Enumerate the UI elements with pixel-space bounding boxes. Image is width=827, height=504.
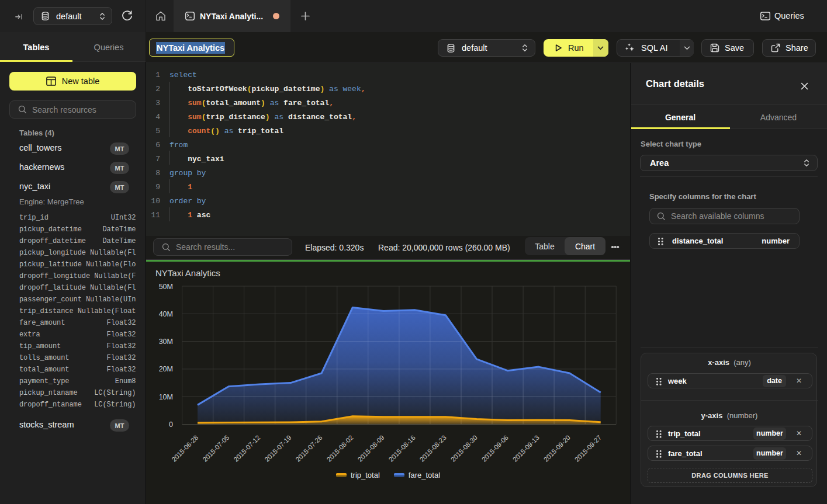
svg-text:2015-06-28: 2015-06-28: [170, 434, 199, 463]
svg-text:2015-08-23: 2015-08-23: [418, 434, 448, 463]
svg-text:2015-09-27: 2015-09-27: [573, 434, 603, 463]
svg-text:30M: 30M: [159, 338, 173, 346]
svg-text:2015-07-19: 2015-07-19: [264, 434, 293, 463]
svg-text:2015-07-05: 2015-07-05: [201, 434, 230, 463]
svg-text:2015-08-16: 2015-08-16: [387, 434, 417, 463]
svg-text:10M: 10M: [159, 393, 173, 401]
svg-text:0: 0: [169, 420, 173, 429]
svg-text:2015-07-26: 2015-07-26: [295, 434, 324, 463]
svg-text:2015-08-30: 2015-08-30: [449, 434, 479, 463]
svg-text:2015-07-12: 2015-07-12: [232, 434, 261, 463]
svg-text:2015-08-02: 2015-08-02: [326, 434, 355, 463]
svg-text:20M: 20M: [159, 365, 173, 373]
svg-text:2015-09-06: 2015-09-06: [480, 434, 510, 463]
svg-text:40M: 40M: [159, 310, 173, 318]
svg-text:2015-09-20: 2015-09-20: [542, 434, 572, 463]
svg-text:50M: 50M: [159, 283, 173, 291]
svg-text:2015-09-13: 2015-09-13: [511, 434, 541, 463]
svg-text:2015-08-09: 2015-08-09: [357, 434, 386, 463]
